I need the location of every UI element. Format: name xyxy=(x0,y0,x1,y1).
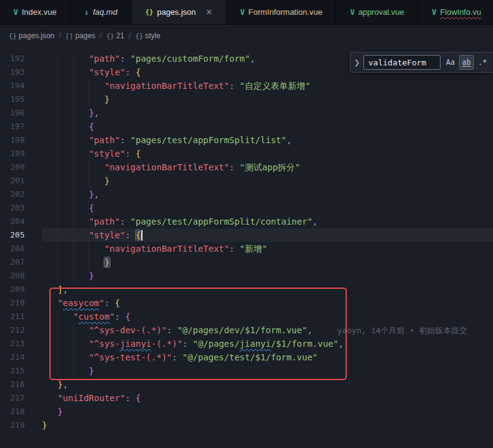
tab-label: approval.vue xyxy=(358,7,404,17)
code-line[interactable]: 204 "path": "pages/test/appFormSplit/con… xyxy=(0,215,493,228)
line-number[interactable]: 209 xyxy=(0,283,25,296)
line-number[interactable]: 213 xyxy=(0,337,25,351)
indent-guide xyxy=(57,120,73,133)
line-number[interactable]: 199 xyxy=(0,147,25,160)
code-line[interactable]: 195 } xyxy=(0,93,493,106)
breadcrumb-item-pages-json[interactable]: {}pages.json xyxy=(9,31,54,40)
toggle-replace-button[interactable]: ❯ xyxy=(354,59,360,67)
indent-guide xyxy=(42,255,57,269)
line-number[interactable]: 195 xyxy=(0,93,25,106)
indent-guide xyxy=(42,188,57,201)
code-line[interactable]: 206 "navigationBarTitleText": "新增" xyxy=(0,242,493,255)
indent-guide xyxy=(42,228,57,242)
breadcrumb-separator: / xyxy=(129,31,131,40)
indent-guide xyxy=(57,269,73,283)
code-token: } xyxy=(57,407,62,417)
code-token: : xyxy=(120,217,130,226)
line-number[interactable]: 205 xyxy=(0,228,25,242)
line-content: } xyxy=(42,269,493,283)
line-number[interactable]: 204 xyxy=(0,215,25,228)
line-content: } xyxy=(42,174,493,188)
line-number[interactable]: 193 xyxy=(0,65,25,79)
tab-forminformation-vue[interactable]: VFormInformation.vue xyxy=(226,0,336,24)
code-token: -(.*)" xyxy=(151,339,183,349)
git-blame-annotation: yaoyn, 14个月前 • 初始版本提交 xyxy=(337,326,467,335)
code-line[interactable]: 201 } xyxy=(0,174,493,188)
line-number[interactable]: 212 xyxy=(0,323,25,337)
line-number[interactable]: 218 xyxy=(0,405,25,418)
code-line[interactable]: 196 }, xyxy=(0,106,493,120)
tab-pages-json[interactable]: {}pages.json✕ xyxy=(131,0,226,24)
editor[interactable]: 192 "path": "pages/customForm/form",193 … xyxy=(0,47,493,448)
code-line[interactable]: 217 "uniIdRouter": { xyxy=(0,391,493,405)
find-input[interactable] xyxy=(363,55,441,70)
code-line[interactable]: 213 "^sys-jianyi-(.*)": "@/pages/jianyi/… xyxy=(0,337,493,351)
code-line[interactable]: 207 } xyxy=(0,255,493,269)
line-number[interactable]: 207 xyxy=(0,255,25,269)
code-token: "path" xyxy=(89,54,120,64)
code-line[interactable]: 205 "style": { xyxy=(0,228,493,242)
line-number[interactable]: 192 xyxy=(0,52,25,65)
match-case-button[interactable]: Aa xyxy=(444,56,457,69)
line-number[interactable]: 210 xyxy=(0,296,25,310)
tab-faq-md[interactable]: ↓faq.md xyxy=(71,0,132,24)
tab-index-vue[interactable]: VIndex.vue xyxy=(0,0,71,24)
line-number[interactable]: 219 xyxy=(0,418,25,432)
line-number[interactable]: 211 xyxy=(0,310,25,323)
code-line[interactable]: 212 "^sys-dev-(.*)": "@/pages/dev/$1/for… xyxy=(0,323,493,337)
code-line[interactable]: 215 } xyxy=(0,364,493,378)
breadcrumb-item-pages[interactable]: []pages xyxy=(65,31,96,40)
regex-button[interactable]: .* xyxy=(476,56,489,69)
code-token: , xyxy=(63,380,68,389)
code-token: } xyxy=(57,380,62,389)
line-number[interactable]: 197 xyxy=(0,120,25,133)
line-number[interactable]: 203 xyxy=(0,201,25,215)
breadcrumb-item-21[interactable]: {}21 xyxy=(106,31,125,40)
code-token: "style" xyxy=(89,230,125,240)
line-number[interactable]: 202 xyxy=(0,188,25,201)
line-number[interactable]: 200 xyxy=(0,160,25,174)
line-number[interactable]: 196 xyxy=(0,106,25,120)
code-line[interactable]: 216 }, xyxy=(0,378,493,391)
code-line[interactable]: 210 "easycom": { xyxy=(0,296,493,310)
code-line[interactable]: 198 "path": "pages/test/appFormSplit/lis… xyxy=(0,133,493,147)
close-icon[interactable]: ✕ xyxy=(205,8,212,16)
line-content: "easycom": { xyxy=(42,296,493,310)
code-line[interactable]: 203 { xyxy=(0,201,493,215)
line-content: { xyxy=(42,201,493,215)
indent-guide xyxy=(73,269,89,283)
code-line[interactable]: 202 }, xyxy=(0,188,493,201)
code-line[interactable]: 214 "^sys-test-(.*)": "@/pages/test/$1/f… xyxy=(0,351,493,364)
indent-guide xyxy=(73,133,89,147)
line-number[interactable]: 194 xyxy=(0,79,25,93)
code-line[interactable]: 219} xyxy=(0,418,493,432)
line-number[interactable]: 201 xyxy=(0,174,25,188)
code-token: : xyxy=(125,67,136,77)
whole-word-button[interactable]: ab xyxy=(460,56,473,69)
line-number[interactable]: 198 xyxy=(0,133,25,147)
code-line[interactable]: 200 "navigationBarTitleText": "测试app拆分" xyxy=(0,160,493,174)
code-token: "新增" xyxy=(239,244,267,254)
breadcrumb-item-style[interactable]: {}style xyxy=(135,31,160,40)
code-line[interactable]: 211 "custom": { xyxy=(0,310,493,323)
tab-flowinfo-vu[interactable]: VFlowInfo.vu xyxy=(418,0,493,24)
tab-approval-vue[interactable]: Vapproval.vue xyxy=(336,0,418,24)
line-number[interactable]: 214 xyxy=(0,351,25,364)
line-number[interactable]: 208 xyxy=(0,269,25,283)
code-line[interactable]: 218 } xyxy=(0,405,493,418)
code-line[interactable]: 199 "style": { xyxy=(0,147,493,160)
line-number[interactable]: 217 xyxy=(0,391,25,405)
code-token: { xyxy=(136,149,141,159)
code-line[interactable]: 208 } xyxy=(0,269,493,283)
find-input-wrap xyxy=(363,55,441,70)
code-line[interactable]: 209 ], xyxy=(0,283,493,296)
line-number[interactable]: 216 xyxy=(0,378,25,391)
symbol-icon: {} xyxy=(135,32,143,40)
line-content: ], xyxy=(42,283,493,296)
code-area[interactable]: 192 "path": "pages/customForm/form",193 … xyxy=(0,47,493,432)
code-line[interactable]: 194 "navigationBarTitleText": "自定义表单新增" xyxy=(0,79,493,93)
indent-guide xyxy=(73,52,89,65)
line-number[interactable]: 215 xyxy=(0,364,25,378)
line-number[interactable]: 206 xyxy=(0,242,25,255)
code-line[interactable]: 197 { xyxy=(0,120,493,133)
